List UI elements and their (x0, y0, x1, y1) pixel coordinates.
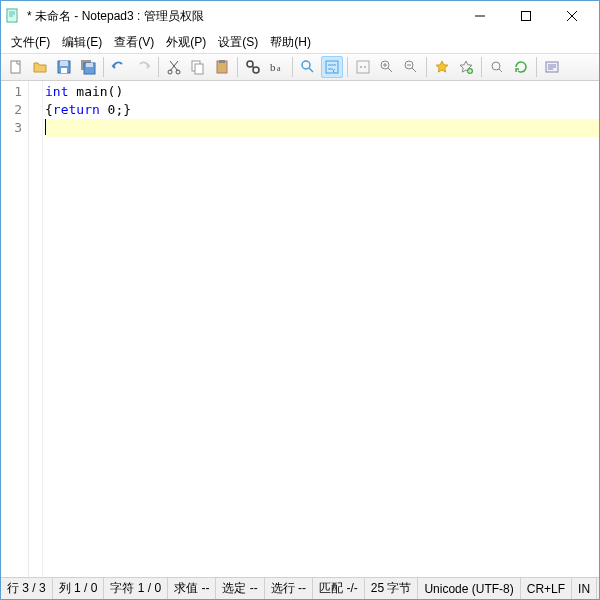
svg-rect-6 (61, 68, 67, 73)
svg-rect-13 (195, 64, 203, 74)
line-number: 2 (1, 101, 22, 119)
svg-rect-22 (357, 61, 369, 73)
maximize-button[interactable] (503, 1, 549, 31)
line-number: 3 (1, 119, 22, 137)
close-button[interactable] (549, 1, 595, 31)
separator (292, 57, 293, 77)
replace-icon[interactable]: ba (266, 56, 288, 78)
svg-point-23 (360, 66, 362, 68)
editor-area[interactable]: 1 2 3 int main() {return 0;} (1, 81, 599, 577)
status-eol[interactable]: CR+LF (521, 578, 572, 599)
favorite-icon[interactable] (431, 56, 453, 78)
svg-rect-15 (219, 60, 225, 63)
separator (536, 57, 537, 77)
status-match[interactable]: 匹配 -/- (313, 578, 365, 599)
window-controls (457, 1, 595, 31)
toolbar: ba (1, 53, 599, 81)
settings-icon[interactable] (541, 56, 563, 78)
separator (426, 57, 427, 77)
svg-point-28 (492, 62, 500, 70)
code-content[interactable]: int main() {return 0;} (43, 81, 599, 577)
code-line: int main() (45, 83, 599, 101)
separator (481, 57, 482, 77)
minimize-button[interactable] (457, 1, 503, 31)
menubar: 文件(F) 编辑(E) 查看(V) 外观(P) 设置(S) 帮助(H) (1, 31, 599, 53)
code-line-current (45, 119, 599, 137)
open-file-icon[interactable] (29, 56, 51, 78)
menu-help[interactable]: 帮助(H) (264, 32, 317, 53)
cut-icon[interactable] (163, 56, 185, 78)
svg-text:b: b (270, 61, 276, 73)
svg-rect-5 (60, 61, 68, 66)
status-sel[interactable]: 选定 -- (216, 578, 264, 599)
svg-rect-3 (11, 61, 20, 73)
save-icon[interactable] (53, 56, 75, 78)
new-file-icon[interactable] (5, 56, 27, 78)
refresh-icon[interactable] (510, 56, 532, 78)
word-wrap-icon[interactable] (321, 56, 343, 78)
status-line[interactable]: 行 3 / 3 (1, 578, 53, 599)
save-all-icon[interactable] (77, 56, 99, 78)
zoom-icon[interactable] (297, 56, 319, 78)
titlebar: * 未命名 - Notepad3 : 管理员权限 (1, 1, 599, 31)
zoom-in-icon[interactable] (376, 56, 398, 78)
code-line: {return 0;} (45, 101, 599, 119)
status-mode[interactable]: IN (572, 578, 597, 599)
redo-icon[interactable] (132, 56, 154, 78)
show-whitespace-icon[interactable] (352, 56, 374, 78)
menu-settings[interactable]: 设置(S) (212, 32, 264, 53)
zoom-out-icon[interactable] (400, 56, 422, 78)
app-icon (5, 8, 21, 24)
svg-rect-21 (326, 61, 338, 73)
separator (237, 57, 238, 77)
window-title: * 未命名 - Notepad3 : 管理员权限 (27, 8, 457, 25)
status-col[interactable]: 列 1 / 0 (53, 578, 105, 599)
status-bytes[interactable]: 25 字节 (365, 578, 419, 599)
svg-rect-2 (522, 12, 531, 21)
paste-icon[interactable] (211, 56, 233, 78)
status-eval[interactable]: 求值 -- (168, 578, 216, 599)
find-icon[interactable] (242, 56, 264, 78)
zoom-reset-icon[interactable] (486, 56, 508, 78)
copy-icon[interactable] (187, 56, 209, 78)
line-gutter: 1 2 3 (1, 81, 29, 577)
status-encoding[interactable]: Unicode (UTF-8) (418, 578, 520, 599)
separator (103, 57, 104, 77)
menu-file[interactable]: 文件(F) (5, 32, 56, 53)
menu-appearance[interactable]: 外观(P) (160, 32, 212, 53)
status-sellines[interactable]: 选行 -- (265, 578, 313, 599)
line-number: 1 (1, 83, 22, 101)
svg-rect-9 (86, 63, 93, 67)
status-char[interactable]: 字符 1 / 0 (104, 578, 168, 599)
svg-point-24 (364, 66, 366, 68)
undo-icon[interactable] (108, 56, 130, 78)
separator (158, 57, 159, 77)
menu-view[interactable]: 查看(V) (108, 32, 160, 53)
svg-text:a: a (277, 64, 281, 73)
add-favorite-icon[interactable] (455, 56, 477, 78)
text-cursor (45, 119, 46, 135)
menu-edit[interactable]: 编辑(E) (56, 32, 108, 53)
fold-margin (29, 81, 43, 577)
separator (347, 57, 348, 77)
svg-point-20 (302, 61, 310, 69)
statusbar: 行 3 / 3 列 1 / 0 字符 1 / 0 求值 -- 选定 -- 选行 … (1, 577, 599, 599)
